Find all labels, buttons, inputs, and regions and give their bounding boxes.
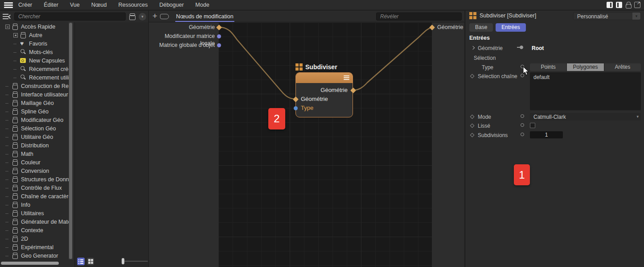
expander-icon[interactable]	[5, 25, 10, 29]
menu-item[interactable]: Éditer	[44, 2, 58, 8]
expander-icon[interactable]	[13, 67, 18, 71]
tree-vertical-scrollbar[interactable]	[69, 22, 73, 259]
tree-item[interactable]: Accès Rapide	[0, 22, 69, 31]
selection-string-textarea[interactable]: default	[530, 72, 641, 110]
tree-item[interactable]: New Capsules	[0, 56, 69, 65]
expander-icon[interactable]	[13, 58, 18, 63]
reveal-input[interactable]	[376, 13, 462, 21]
expander-icon[interactable]	[5, 186, 10, 190]
expander-icon[interactable]	[5, 84, 10, 88]
tree-item[interactable]: Conversion	[0, 167, 69, 175]
menu-item[interactable]: Créer	[18, 2, 32, 8]
expander-icon[interactable]	[5, 194, 10, 199]
mode-port-toggle[interactable]	[521, 114, 524, 118]
tree-item[interactable]: Construction de Resso	[0, 82, 69, 90]
graph-viewport[interactable]: Géométrie Modificateur matrice locale Ma…	[149, 22, 464, 267]
smooth-port-toggle[interactable]	[521, 123, 524, 127]
group-input-global-matrix-port[interactable]	[217, 43, 221, 47]
tree-item[interactable]: Mots-clés	[0, 48, 69, 56]
expander-icon[interactable]	[13, 75, 18, 80]
subdivisions-field[interactable]: 1	[530, 131, 563, 138]
tree-item[interactable]: Sélection Géo	[0, 124, 69, 133]
tree-item[interactable]: Math	[0, 150, 69, 158]
expander-icon[interactable]	[5, 254, 10, 258]
tree-item[interactable]: 2D	[0, 234, 69, 243]
tree-item[interactable]: Chaîne de caractères	[0, 192, 69, 200]
unlock-icon[interactable]	[625, 2, 631, 8]
capsule-icon[interactable]	[160, 14, 169, 19]
tree-item[interactable]: Distribution	[0, 141, 69, 150]
expander-icon[interactable]	[5, 169, 10, 173]
expander-icon[interactable]	[5, 203, 10, 207]
selection-string-port-toggle[interactable]	[521, 74, 524, 77]
expander-icon[interactable]	[5, 220, 10, 224]
tab-base[interactable]: Base	[469, 23, 493, 32]
type-option-points[interactable]: Points	[530, 63, 566, 71]
menu-item[interactable]: Mode	[195, 2, 209, 8]
group-input-local-matrix-port[interactable]	[217, 34, 221, 38]
geometry-port-indicator[interactable]	[520, 46, 523, 49]
expander-icon[interactable]	[5, 152, 10, 156]
tree-item[interactable]: Structures de Données	[0, 175, 69, 184]
tree-item[interactable]: Maillage Géo	[0, 99, 69, 107]
tree-item[interactable]: Modificateur Géo	[0, 116, 69, 124]
tree-item[interactable]: Favoris	[0, 39, 69, 48]
search-options-dropdown[interactable]: ▾	[139, 13, 146, 21]
type-option-edges[interactable]: Arêtes	[604, 63, 641, 71]
tree-horizontal-scrollbar[interactable]	[1, 262, 59, 265]
tree-item[interactable]: Interface utilisateur	[0, 90, 69, 99]
expander-icon[interactable]	[5, 126, 10, 131]
menu-item[interactable]: Nœud	[91, 2, 107, 8]
tree-item[interactable]: Info	[0, 200, 69, 209]
grid-view-icon[interactable]	[87, 258, 94, 265]
expander-icon[interactable]	[5, 109, 10, 114]
tree-item[interactable]: Autre	[0, 31, 69, 39]
tree-item[interactable]: Récemment crées	[0, 65, 69, 73]
panel-layout-right-icon[interactable]	[616, 2, 622, 8]
hamburger-menu-icon[interactable]	[4, 2, 13, 8]
add-graph-icon[interactable]: +	[152, 12, 157, 20]
tree-item[interactable]: Générateur de Matéria	[0, 217, 69, 226]
expander-icon[interactable]	[5, 135, 10, 139]
node-header[interactable]	[296, 73, 353, 83]
expander-icon[interactable]	[13, 50, 18, 54]
expander-icon[interactable]	[5, 245, 10, 250]
tree-item[interactable]: Geo Generator	[0, 251, 69, 259]
collapse-sidebar-icon[interactable]	[3, 14, 12, 19]
menu-item[interactable]: Vue	[70, 2, 80, 8]
mode-dropdown[interactable]: Catmull-Clark ▾	[530, 113, 641, 121]
expander-icon[interactable]	[5, 92, 10, 97]
tab-entries[interactable]: Entrées	[496, 23, 525, 32]
expander-icon[interactable]	[5, 118, 10, 122]
expander-icon[interactable]	[13, 42, 18, 46]
expander-icon[interactable]	[5, 177, 10, 182]
expander-icon[interactable]	[5, 237, 10, 241]
thumbnail-size-slider[interactable]	[122, 258, 148, 264]
expander-icon[interactable]	[5, 211, 10, 216]
archive-icon[interactable]	[129, 13, 136, 20]
expander-icon[interactable]	[5, 101, 10, 105]
tree-item[interactable]: Utilitaire Géo	[0, 133, 69, 141]
tree-item[interactable]: Expérimental	[0, 243, 69, 251]
subdivisions-port-toggle[interactable]	[521, 133, 524, 136]
expander-icon[interactable]	[5, 160, 10, 165]
menu-item[interactable]: Déboguer	[159, 2, 184, 8]
type-option-polygons[interactable]: Polygones	[567, 63, 603, 71]
expander-icon[interactable]	[13, 33, 18, 38]
search-input[interactable]	[14, 13, 126, 21]
smooth-checkbox[interactable]	[530, 123, 535, 128]
tree-item[interactable]: Spline Géo	[0, 107, 69, 116]
geometry-expander-icon[interactable]	[471, 46, 475, 50]
node-input-type-port[interactable]	[294, 106, 298, 110]
open-in-new-window-icon[interactable]	[634, 2, 640, 8]
node-menu-icon[interactable]	[344, 75, 349, 80]
tab-modification-nodes[interactable]: Nœuds de modification	[175, 11, 234, 22]
list-view-icon[interactable]	[77, 258, 85, 265]
menu-item[interactable]: Ressources	[118, 2, 148, 8]
tree-item[interactable]: Récemment utilisée	[0, 73, 69, 82]
expander-icon[interactable]	[5, 143, 10, 148]
panel-layout-left-icon[interactable]	[607, 2, 613, 8]
tree-item[interactable]: Utilitaires	[0, 209, 69, 217]
tree-item[interactable]: Contrôle de Flux	[0, 184, 69, 192]
preset-dropdown[interactable]: Personnalisé ▾	[573, 12, 641, 20]
